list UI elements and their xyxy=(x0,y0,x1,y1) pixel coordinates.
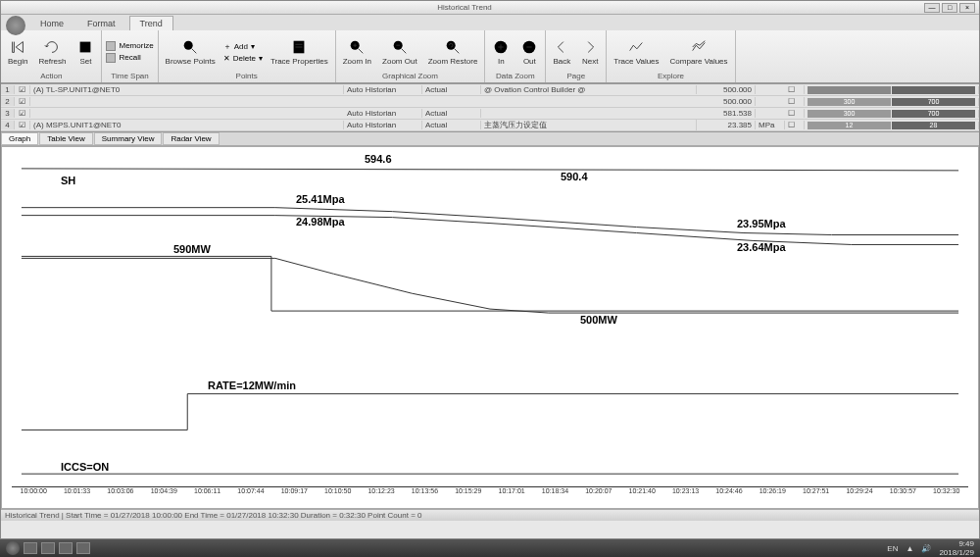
add-button[interactable]: ＋Add▾ xyxy=(223,41,263,52)
status-bar: Historical Trend | Start Time = 01/27/20… xyxy=(1,509,979,521)
table-row[interactable]: 3 ☑ Auto Historian Actual 581.538 ☐ 3007… xyxy=(1,108,979,120)
next-button[interactable]: Next xyxy=(578,36,602,68)
tray-up-icon[interactable]: ▲ xyxy=(906,544,913,553)
ribbon: Begin Refresh Set Action Memorize Recall… xyxy=(1,30,979,83)
zoom-in-icon xyxy=(348,38,366,56)
taskbar-app-icon[interactable] xyxy=(76,542,90,554)
svg-line-20 xyxy=(22,169,958,171)
plus-icon: ＋ xyxy=(223,41,231,52)
taskbar-app-icon[interactable] xyxy=(41,542,55,554)
tab-summary-view[interactable]: Summary View xyxy=(94,132,163,145)
label-5946: 594.6 xyxy=(365,153,392,165)
maximize-button[interactable]: □ xyxy=(942,3,957,13)
group-graphical-zoom: Zoom In Zoom Out Zoom Restore Graphical … xyxy=(336,30,486,82)
chevron-down-icon: ▾ xyxy=(259,54,263,63)
trace-properties-button[interactable]: Trace Properties xyxy=(268,36,331,68)
tab-format[interactable]: Format xyxy=(77,17,125,30)
data-zoom-out-button[interactable]: Out xyxy=(517,36,541,68)
recall-button[interactable]: Recall xyxy=(106,53,153,63)
memorize-icon xyxy=(106,41,116,51)
tray-date: 2018/1/29 xyxy=(939,548,974,557)
window-controls: — □ × xyxy=(924,3,975,13)
tray-time: 9:49 xyxy=(939,539,974,548)
group-explore: Trace Values Compare Values Explore xyxy=(607,30,735,82)
zoom-in-button[interactable]: Zoom In xyxy=(340,36,374,68)
label-2395mpa: 23.95Mpa xyxy=(737,218,786,229)
tray-volume-icon[interactable]: 🔊 xyxy=(921,544,931,553)
checkbox[interactable]: ☑ xyxy=(15,121,30,129)
tab-table-view[interactable]: Table View xyxy=(39,132,93,145)
table-row[interactable]: 4 ☑ (A) MSPS.UNIT1@NET0 Auto Historian A… xyxy=(1,120,979,131)
label-2364mpa: 23.64Mpa xyxy=(737,241,786,253)
compare-icon xyxy=(690,38,708,56)
taskbar-app-icon[interactable] xyxy=(59,542,73,554)
checkbox[interactable]: ☐ xyxy=(785,97,805,106)
label-2541mpa: 25.41Mpa xyxy=(296,193,345,205)
back-button[interactable]: Back xyxy=(550,36,573,68)
compare-values-button[interactable]: Compare Values xyxy=(667,36,731,68)
memorize-button[interactable]: Memorize xyxy=(106,41,153,51)
label-2498mpa: 24.98Mpa xyxy=(296,216,345,228)
data-zoom-in-button[interactable]: In xyxy=(489,36,513,68)
label-5904: 590.4 xyxy=(561,171,588,182)
label-500mw: 500MW xyxy=(580,314,617,326)
checkbox[interactable]: ☑ xyxy=(15,97,30,106)
minimize-button[interactable]: — xyxy=(924,3,940,13)
app-logo-icon[interactable] xyxy=(6,16,25,35)
taskbar: EN ▲ 🔊 9:49 2018/1/29 xyxy=(0,539,980,557)
zoom-restore-button[interactable]: Zoom Restore xyxy=(425,36,481,68)
zoom-out-button[interactable]: Zoom Out xyxy=(379,36,420,68)
refresh-button[interactable]: Refresh xyxy=(35,36,69,68)
refresh-icon xyxy=(43,38,61,56)
svg-line-14 xyxy=(455,48,460,53)
plus-circle-icon xyxy=(492,38,510,56)
tab-trend[interactable]: Trend xyxy=(129,16,173,30)
zoom-out-icon xyxy=(391,38,409,56)
table-row[interactable]: 1 ☑ (A) TL-SP.UNIT1@NET0 Auto Historian … xyxy=(1,84,979,96)
label-sh: SH xyxy=(61,175,75,186)
svg-rect-0 xyxy=(80,41,91,52)
browse-points-button[interactable]: Browse Points xyxy=(163,36,219,68)
delete-button[interactable]: ✕Delete▾ xyxy=(223,54,263,63)
title-bar: Historical Trend — □ × xyxy=(1,1,979,15)
start-button[interactable] xyxy=(6,541,20,555)
tray-lang[interactable]: EN xyxy=(887,544,898,553)
close-button[interactable]: × xyxy=(959,3,975,13)
trace-values-button[interactable]: Trace Values xyxy=(611,36,662,68)
checkbox[interactable]: ☑ xyxy=(15,85,30,94)
set-icon xyxy=(76,38,94,56)
graph-canvas[interactable]: SH 594.6 590.4 25.41Mpa 24.98Mpa 23.95Mp… xyxy=(1,146,979,509)
properties-icon xyxy=(290,38,308,56)
chevron-down-icon: ▾ xyxy=(251,42,255,51)
app-window: Historical Trend — □ × Home Format Trend… xyxy=(0,0,980,539)
group-timespan: Memorize Recall Time Span xyxy=(102,30,158,82)
tab-radar-view[interactable]: Radar View xyxy=(163,132,219,145)
tab-home[interactable]: Home xyxy=(30,17,74,30)
ribbon-tabs: Home Format Trend xyxy=(1,15,979,30)
checkbox[interactable]: ☐ xyxy=(785,85,805,94)
zoom-restore-icon xyxy=(444,38,462,56)
arrow-right-icon xyxy=(581,38,599,56)
begin-button[interactable]: Begin xyxy=(5,36,30,68)
x-axis: 10:00:00 10:01:33 10:03:06 10:04:39 10:0… xyxy=(12,486,968,494)
svg-point-13 xyxy=(447,40,456,49)
table-row[interactable]: 2 ☑ 500.000 ☐ 300700 xyxy=(1,96,979,108)
recall-icon xyxy=(106,53,116,63)
tab-graph[interactable]: Graph xyxy=(1,132,38,145)
window-title: Historical Trend xyxy=(5,3,924,12)
checkbox[interactable]: ☐ xyxy=(785,121,805,129)
browse-icon xyxy=(181,38,199,56)
taskbar-app-icon[interactable] xyxy=(24,542,37,554)
group-data-zoom: In Out Data Zoom xyxy=(485,30,546,82)
trace-icon xyxy=(627,38,645,56)
svg-line-7 xyxy=(359,48,364,53)
checkbox[interactable]: ☐ xyxy=(785,109,805,118)
view-tabs: Graph Table View Summary View Radar View xyxy=(1,132,979,146)
label-590mw: 590MW xyxy=(173,243,211,255)
label-rate: RATE=12MW/min xyxy=(208,380,296,391)
label-iccs: ICCS=ON xyxy=(61,461,109,473)
checkbox[interactable]: ☑ xyxy=(15,109,30,118)
x-icon: ✕ xyxy=(223,54,230,63)
set-button[interactable]: Set xyxy=(74,36,97,68)
svg-line-11 xyxy=(402,48,407,53)
